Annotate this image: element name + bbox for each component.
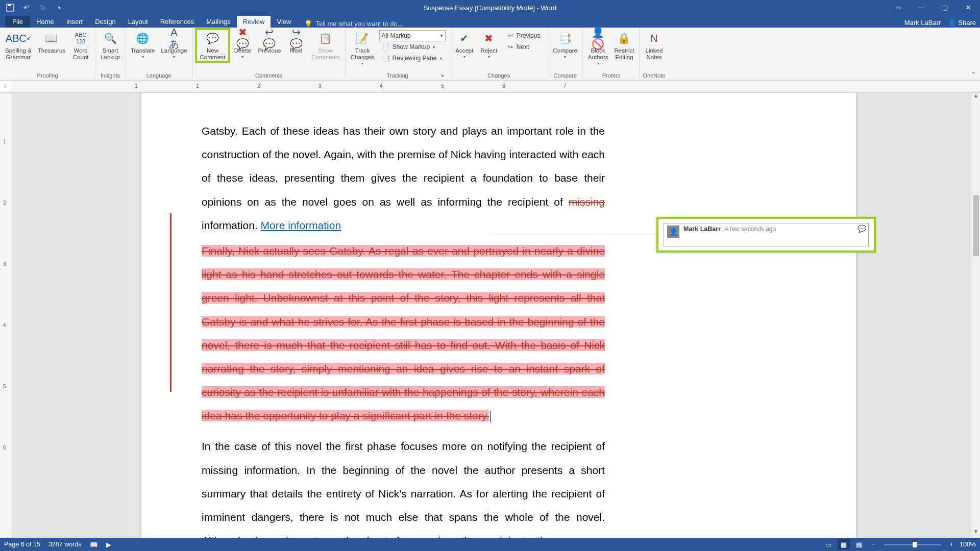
track-changes-button[interactable]: 📝Track Changes▾ xyxy=(349,29,376,67)
reject-icon: ✖ xyxy=(481,30,497,46)
quick-access-toolbar: ↶ ↻ ▾ xyxy=(0,2,65,14)
minimize-icon[interactable]: ― xyxy=(910,0,933,15)
comment-connector xyxy=(492,235,655,235)
compare-button[interactable]: 📑Compare▾ xyxy=(551,29,579,60)
body-text: information. xyxy=(202,219,261,231)
group-label-tracking: Tracking⬊ xyxy=(349,71,447,80)
show-comments-icon: 📋 xyxy=(317,30,334,46)
web-layout-view-icon[interactable]: ▤ xyxy=(853,539,865,549)
comment-balloon[interactable]: 👤 Mark LaBarr A few seconds ago 💬 xyxy=(656,217,876,253)
ribbon-display-icon[interactable]: ▭ xyxy=(886,0,910,15)
reply-icon[interactable]: 💬 xyxy=(857,224,866,233)
group-protect: 👤🚫Block Authors▾ 🔒Restrict Editing Prote… xyxy=(583,28,640,80)
tracking-dialog-launcher[interactable]: ⬊ xyxy=(439,73,446,79)
undo-icon[interactable]: ↶ xyxy=(20,2,33,14)
document-page[interactable]: Gatsby. Each of these ideas has their ow… xyxy=(141,93,856,538)
tab-review[interactable]: Review xyxy=(237,16,271,28)
word-count-button[interactable]: ABC123Word Count xyxy=(69,29,92,62)
group-label-language: Language xyxy=(129,71,189,80)
tab-selector[interactable]: L xyxy=(0,81,12,92)
reviewing-pane-button[interactable]: 📑Reviewing Pane▾ xyxy=(379,53,446,64)
document-area: 1 2 3 4 5 6 Gatsby. Each of these ideas … xyxy=(0,93,980,538)
page-scroll[interactable]: Gatsby. Each of these ideas has their ow… xyxy=(12,93,980,538)
tab-design[interactable]: Design xyxy=(89,16,121,28)
translate-icon: 🌐 xyxy=(135,30,151,46)
group-proofing: ABC✔Spelling & Grammar 📖Thesaurus ABC123… xyxy=(0,28,95,80)
zoom-level[interactable]: 100% xyxy=(960,541,976,548)
zoom-in-button[interactable]: + xyxy=(947,541,957,548)
redo-icon[interactable]: ↻ xyxy=(37,2,49,14)
print-layout-view-icon[interactable]: ▦ xyxy=(838,539,850,549)
signed-in-user[interactable]: Mark LaBarr xyxy=(904,19,941,27)
previous-change-icon: ↩ xyxy=(506,32,514,40)
paragraph[interactable]: Gatsby. Each of these ideas has their ow… xyxy=(202,119,605,237)
qat-more-icon[interactable]: ▾ xyxy=(53,2,65,14)
show-comments-button: 📋Show Comments xyxy=(309,29,342,62)
collapse-ribbon-icon[interactable]: ⌃ xyxy=(971,71,976,78)
previous-comment-button[interactable]: ↩💬Previous xyxy=(256,29,283,55)
maximize-icon[interactable]: ▢ xyxy=(933,0,957,15)
tab-layout[interactable]: Layout xyxy=(122,16,154,28)
paragraph[interactable]: In the case of this novel the first phas… xyxy=(202,435,605,538)
tab-references[interactable]: References xyxy=(154,16,200,28)
delete-comment-button[interactable]: ✖💬Delete▾ xyxy=(231,29,254,60)
block-authors-button[interactable]: 👤🚫Block Authors▾ xyxy=(586,29,610,67)
group-tracking: 📝Track Changes▾ All Markup▾ 📄Show Markup… xyxy=(346,28,450,80)
restrict-editing-button[interactable]: 🔒Restrict Editing xyxy=(612,29,636,62)
zoom-out-button[interactable]: − xyxy=(868,541,878,548)
hyperlink[interactable]: More information xyxy=(261,219,341,231)
tab-home[interactable]: Home xyxy=(30,16,60,28)
tab-view[interactable]: View xyxy=(271,16,297,28)
show-markup-button[interactable]: 📄Show Markup▾ xyxy=(379,41,446,53)
page-number-status[interactable]: Page 6 of 15 xyxy=(4,541,40,548)
zoom-slider-thumb[interactable] xyxy=(913,542,917,547)
scroll-down-icon[interactable]: ▼ xyxy=(971,529,980,538)
markup-value: All Markup xyxy=(382,32,411,39)
spell-check-status-icon[interactable]: 📖 xyxy=(90,541,98,548)
save-icon[interactable] xyxy=(4,2,16,14)
thesaurus-button[interactable]: 📖Thesaurus xyxy=(36,29,67,55)
deleted-paragraph[interactable]: Finally, Nick actually sees Gatsby. As r… xyxy=(202,239,605,428)
smart-lookup-icon: 🔍 xyxy=(102,30,118,46)
horizontal-ruler[interactable]: L 1 1 2 3 4 5 6 7 xyxy=(0,81,980,93)
share-button[interactable]: 👤 Share xyxy=(948,19,976,27)
language-button[interactable]: AあLanguage▾ xyxy=(159,29,189,60)
word-count-icon: ABC123 xyxy=(72,30,89,46)
read-mode-view-icon[interactable]: ▭ xyxy=(822,539,835,549)
scroll-up-icon[interactable]: ▲ xyxy=(971,93,980,102)
spelling-grammar-button[interactable]: ABC✔Spelling & Grammar xyxy=(3,29,34,62)
zoom-slider[interactable] xyxy=(885,544,941,545)
linked-notes-button[interactable]: NLinked Notes xyxy=(643,29,665,62)
previous-change-button[interactable]: ↩Previous xyxy=(503,30,544,41)
vertical-ruler[interactable]: 1 2 3 4 5 6 xyxy=(0,93,12,538)
tab-mailings[interactable]: Mailings xyxy=(200,16,237,28)
vertical-scrollbar[interactable]: ▲ ▼ xyxy=(971,93,980,538)
chevron-down-icon: ▾ xyxy=(440,33,443,38)
accept-button[interactable]: ✔Accept▾ xyxy=(453,29,476,60)
markup-display-combo[interactable]: All Markup▾ xyxy=(379,30,446,41)
deleted-word: missing xyxy=(569,196,605,208)
change-marker-bar xyxy=(170,213,172,392)
group-label-proofing: Proofing xyxy=(3,71,92,80)
body-text: In the case of this novel the first phas… xyxy=(202,440,605,538)
new-comment-button[interactable]: 💬New Comment xyxy=(196,29,230,62)
macro-status-icon[interactable]: ▶ xyxy=(106,541,111,548)
next-change-button[interactable]: ↪Next xyxy=(503,41,544,53)
previous-comment-icon: ↩💬 xyxy=(261,30,278,46)
tell-me-search[interactable]: 💡 Tell me what you want to do... xyxy=(297,20,403,28)
translate-button[interactable]: 🌐Translate▾ xyxy=(129,29,157,60)
title-bar: ↶ ↻ ▾ Suspense Essay [Compatibility Mode… xyxy=(0,0,980,15)
tab-insert[interactable]: Insert xyxy=(60,16,89,28)
scroll-thumb[interactable] xyxy=(973,195,979,256)
comment-author: Mark LaBarr xyxy=(683,226,721,233)
tab-file[interactable]: File xyxy=(5,16,30,28)
reject-button[interactable]: ✖Reject▾ xyxy=(478,29,500,60)
close-icon[interactable]: ✕ xyxy=(957,0,980,15)
comment-text-input[interactable] xyxy=(683,234,857,242)
accept-icon: ✔ xyxy=(456,30,473,46)
document-body[interactable]: Gatsby. Each of these ideas has their ow… xyxy=(202,119,605,538)
ribbon: ABC✔Spelling & Grammar 📖Thesaurus ABC123… xyxy=(0,28,980,81)
word-count-status[interactable]: 3287 words xyxy=(48,541,82,548)
next-comment-button[interactable]: ↪💬Next xyxy=(285,29,307,55)
smart-lookup-button[interactable]: 🔍Smart Lookup xyxy=(99,29,122,62)
